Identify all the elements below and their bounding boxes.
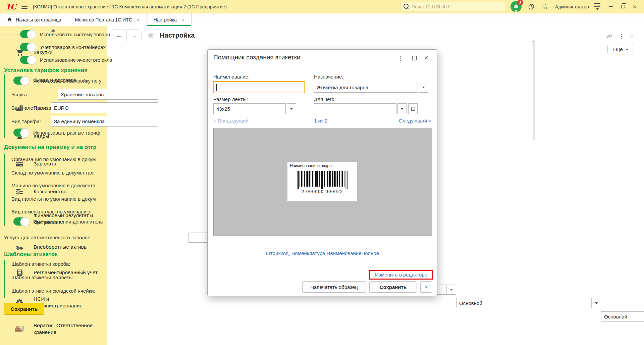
more-button[interactable]: Еще — [607, 44, 633, 54]
history-nav: ← → — [111, 30, 142, 41]
history-button[interactable] — [527, 2, 536, 11]
section-header-docs: Документы на приемку и на отгр — [4, 144, 97, 151]
tab-settings[interactable]: Настройка × — [147, 13, 192, 26]
toggle-switch[interactable] — [13, 77, 29, 85]
sidebar-item-label: Внеоборотные активы — [34, 244, 99, 250]
name-input-wrap — [213, 81, 305, 93]
toggle-row-cell-storage: Использование ячеистого скла — [20, 56, 112, 64]
sidebar-item-label: Казначейство — [34, 188, 99, 195]
chevron-down-icon — [626, 49, 628, 50]
close-window-button[interactable]: × — [633, 3, 637, 10]
group-accent-bar — [4, 75, 5, 138]
save-button[interactable]: Сохранить — [4, 303, 44, 315]
toggle-label: Использовать разные тариф — [33, 130, 100, 136]
tape-dropdown-button[interactable] — [287, 103, 296, 114]
sidebar-item-treasury[interactable]: Казначейство — [0, 187, 107, 196]
dialog-kebab-icon[interactable] — [400, 56, 401, 61]
tab-close-icon[interactable]: × — [181, 17, 184, 22]
chevron-down-icon — [290, 108, 293, 110]
tab-monitor-label: Монитор Портала 1С:ИТС — [75, 17, 132, 22]
toggle-switch[interactable] — [13, 129, 29, 137]
edit-in-editor-link[interactable]: Изменить в редакторе — [375, 272, 427, 278]
sidebar-item-fixed-assets[interactable]: Внеоборотные активы — [0, 242, 107, 252]
purpose-dropdown-button[interactable] — [419, 82, 428, 93]
dropdown-segment[interactable] — [591, 298, 601, 308]
main-menu-icon[interactable] — [21, 5, 28, 9]
tab-close-icon[interactable]: × — [137, 17, 140, 22]
help-button[interactable]: ? — [420, 281, 432, 293]
group-accent-bar — [4, 154, 5, 226]
purpose-field[interactable]: Этикетка для товаров — [314, 82, 418, 93]
more-actions-kebab-icon[interactable] — [621, 34, 622, 39]
tab-settings-label: Настройка — [154, 17, 177, 22]
toggle-row-autofill-extra: При заполнении дополнитель — [13, 217, 103, 226]
pallet-template-field[interactable]: Основной — [456, 298, 601, 308]
toggle-switch[interactable] — [20, 56, 36, 64]
forward-button[interactable]: → — [126, 30, 142, 41]
name-label: Наименование: — [213, 74, 250, 80]
chevron-down-icon — [450, 289, 453, 291]
field-value: Основной — [459, 300, 482, 306]
scrollbar-thumb[interactable] — [533, 40, 535, 140]
pallet-template-label: Шаблон этикетки паллеты: — [11, 275, 74, 280]
toggle-switch[interactable] — [20, 43, 36, 51]
default-warehouse-label: Склад по умолчанию в документах: — [11, 170, 94, 176]
for-what-choose-button[interactable] — [408, 103, 418, 114]
toggle-row-default-setting: Использовать настройку по у — [13, 77, 101, 85]
tab-monitor[interactable]: Монитор Портала 1С:ИТС × — [68, 13, 147, 26]
toggle-label: Использовать систему товарн — [40, 32, 110, 37]
section-header-tariffs: Установка тарифов хранения — [4, 67, 88, 74]
more-button-label: Еще — [612, 46, 623, 52]
default-org-label: Организация по умолчанию в докум — [11, 156, 96, 162]
home-icon — [7, 17, 12, 22]
favorites-button[interactable]: ☆ — [541, 2, 550, 11]
coins-icon — [15, 187, 24, 196]
chevron-down-icon — [595, 302, 598, 304]
boxes-shield-icon — [15, 324, 24, 334]
prev-page-link[interactable]: < Предыдущий — [213, 118, 249, 124]
back-button[interactable]: ← — [111, 30, 126, 41]
restore-button[interactable] — [621, 5, 625, 8]
next-page-link[interactable]: Следующий > — [399, 118, 431, 124]
toggle-row-containers: Учет товаров в контейнерах — [20, 43, 106, 51]
service-field[interactable]: Хранение товаров — [58, 89, 158, 100]
dialog-close-button[interactable]: × — [424, 54, 428, 62]
choose-from-list-icon — [411, 107, 415, 111]
toggle-label: Использование ячеистого скла — [40, 57, 112, 63]
current-user[interactable]: Администратор — [555, 4, 589, 9]
dropdown-segment[interactable] — [446, 285, 456, 294]
tariff-kind-field[interactable]: За единицу номенкла — [51, 116, 158, 127]
get-link-icon[interactable] — [606, 33, 613, 40]
close-page-button[interactable]: × — [630, 33, 634, 40]
for-what-field[interactable] — [314, 103, 396, 114]
cell-template-label: Шаблон этикетки складской ячейки: — [11, 288, 95, 294]
cell-template-field[interactable]: Основной — [601, 311, 644, 322]
tape-size-label: Размер ленты: — [213, 96, 248, 102]
tab-home[interactable]: Начальная страница — [0, 13, 68, 26]
default-nomenclature-label: Вид номенклатуры по умолчанию: — [11, 209, 92, 214]
service-label: Услуга: — [11, 92, 28, 97]
tape-size-field[interactable]: 43x25 — [213, 103, 286, 114]
toggle-label: При заполнении дополнитель — [33, 219, 103, 225]
toggle-label: Использовать настройку по у — [33, 78, 101, 84]
minimize-button[interactable] — [609, 6, 613, 7]
toggle-switch[interactable] — [13, 217, 29, 226]
window-title: [КОПИЯ] Ответственное хранение / 1С:Комп… — [33, 4, 395, 9]
barcode-image — [297, 171, 348, 189]
sidebar-item-veratis[interactable]: Вератис. Ответственное хранение — [0, 322, 107, 336]
notifications-button[interactable]: 3 — [511, 1, 522, 12]
name-input[interactable] — [214, 82, 304, 93]
for-what-dropdown-button[interactable] — [397, 103, 407, 114]
label-title-text: Наименование товара — [290, 163, 332, 168]
print-sample-button[interactable]: Напечатать образец — [302, 281, 366, 293]
functions-menu-icon[interactable] — [594, 3, 600, 10]
dialog-maximize-button[interactable] — [412, 56, 417, 60]
dialog-title: Помощник создания этикетки — [213, 54, 301, 61]
pallet-kind-field[interactable]: EURO — [51, 102, 158, 113]
tariff-kind-label: Вид тарифа: — [11, 118, 41, 124]
dialog-save-button[interactable]: Сохранить — [369, 281, 417, 293]
truck-icon — [15, 242, 24, 252]
toggle-switch[interactable] — [20, 30, 36, 38]
add-favorite-star-icon[interactable]: ★ — [147, 31, 155, 40]
search-input[interactable] — [400, 2, 505, 11]
